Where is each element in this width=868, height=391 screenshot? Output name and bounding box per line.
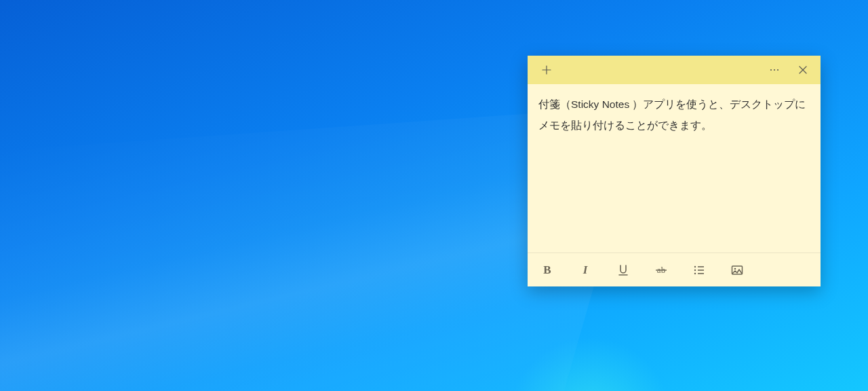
svg-point-8 — [694, 269, 696, 270]
italic-button[interactable]: I — [572, 257, 598, 283]
svg-point-10 — [694, 272, 696, 274]
image-button[interactable] — [724, 257, 750, 283]
svg-point-1 — [774, 69, 775, 71]
underline-button[interactable] — [610, 257, 636, 283]
svg-point-13 — [734, 267, 736, 269]
new-note-button[interactable] — [536, 59, 557, 81]
note-text: 付箋（Sticky Notes ）アプリを使うと、デスクトップにメモを貼り付ける… — [538, 98, 806, 131]
plus-icon — [541, 64, 552, 75]
close-icon — [797, 64, 808, 75]
bullet-list-button[interactable] — [686, 257, 712, 283]
note-content-area[interactable]: 付箋（Sticky Notes ）アプリを使うと、デスクトップにメモを貼り付ける… — [528, 84, 821, 253]
svg-point-0 — [770, 69, 772, 71]
format-toolbar: B I ab — [528, 253, 821, 286]
image-icon — [730, 263, 744, 277]
underline-icon — [616, 263, 630, 277]
bold-button[interactable]: B — [534, 257, 560, 283]
strikethrough-button[interactable]: ab — [648, 257, 674, 283]
italic-icon: I — [583, 263, 588, 277]
titlebar-left — [536, 59, 557, 81]
bullet-list-icon — [692, 263, 706, 277]
close-button[interactable] — [792, 59, 814, 81]
svg-point-2 — [777, 69, 778, 71]
svg-point-6 — [694, 265, 696, 267]
menu-button[interactable] — [764, 59, 785, 81]
strikethrough-icon: ab — [654, 263, 668, 277]
note-titlebar[interactable] — [528, 56, 821, 84]
ellipsis-icon — [769, 64, 780, 75]
sticky-note-window: 付箋（Sticky Notes ）アプリを使うと、デスクトップにメモを貼り付ける… — [528, 56, 821, 286]
titlebar-right — [764, 59, 814, 81]
bold-icon: B — [543, 263, 551, 277]
